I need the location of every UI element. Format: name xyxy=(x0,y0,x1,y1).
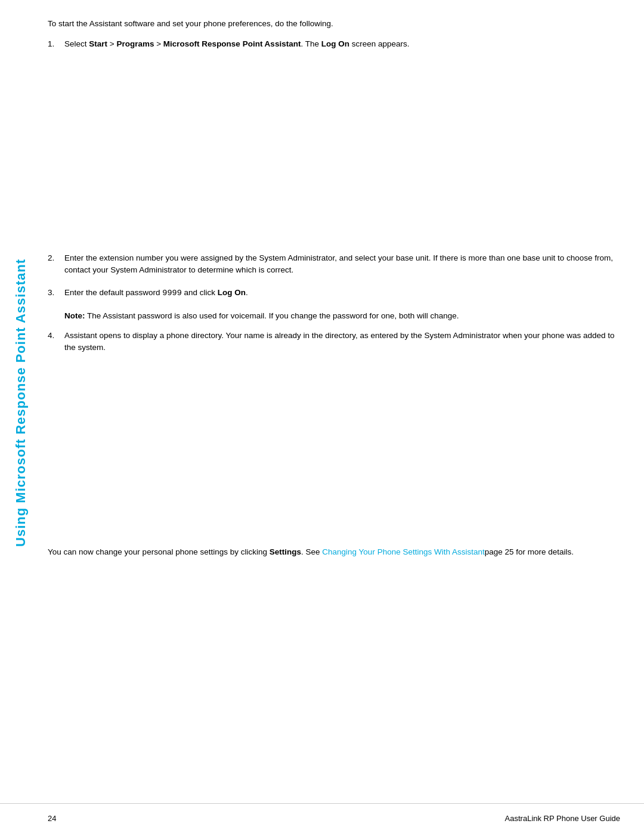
sidebar: Using Microsoft Response Point Assistant xyxy=(0,0,42,805)
footer-text-after: . See xyxy=(301,547,322,556)
step-4-content: Assistant opens to display a phone direc… xyxy=(64,330,620,354)
step-1-number: 1. xyxy=(48,38,64,50)
step-1: 1. Select Start > Programs > Microsoft R… xyxy=(48,38,620,50)
step-3-bold-logon: Log On xyxy=(218,288,246,297)
step-1-bold-assistant: Microsoft Response Point Assistant xyxy=(163,39,301,48)
step-3-password: 9999 xyxy=(162,289,181,298)
intro-paragraph: To start the Assistant software and set … xyxy=(48,18,620,30)
main-content: To start the Assistant software and set … xyxy=(48,18,620,797)
footer-page-ref: page 25 for more details. xyxy=(485,547,574,556)
step-1-bold-start: Start xyxy=(89,39,107,48)
step-1-bold-logon: Log On xyxy=(321,39,349,48)
page-footer: 24 AastraLink RP Phone User Guide xyxy=(0,803,644,833)
note-box: Note: The Assistant password is also use… xyxy=(64,310,620,323)
step-3-content: Enter the default password 9999 and clic… xyxy=(64,287,620,299)
steps-list: 1. Select Start > Programs > Microsoft R… xyxy=(48,38,620,354)
footer-text-before: You can now change your personal phone s… xyxy=(48,547,270,556)
page-container: Using Microsoft Response Point Assistant… xyxy=(0,0,644,833)
step-1-bold-programs: Programs xyxy=(116,39,154,48)
note-label: Note: The Assistant password is also use… xyxy=(64,311,459,320)
step-2-content: Enter the extension number you were assi… xyxy=(64,252,620,277)
footer-guide-title: AastraLink RP Phone User Guide xyxy=(505,814,620,823)
step-4: 4. Assistant opens to display a phone di… xyxy=(48,330,620,354)
footer-page-number: 24 xyxy=(48,814,56,823)
footer-link: Changing Your Phone Settings With Assist… xyxy=(322,547,484,556)
footer-bold-settings: Settings xyxy=(270,547,301,556)
step-4-number: 4. xyxy=(48,330,64,342)
step-1-content: Select Start > Programs > Microsoft Resp… xyxy=(64,38,620,50)
step-2: 2. Enter the extension number you were a… xyxy=(48,252,620,277)
screenshot-image-area-1 xyxy=(48,61,620,252)
footer-paragraph: You can now change your personal phone s… xyxy=(48,546,620,559)
step-3: 3. Enter the default password 9999 and c… xyxy=(48,287,620,299)
screenshot-image-area-2 xyxy=(48,365,620,532)
step-2-number: 2. xyxy=(48,252,64,264)
sidebar-label: Using Microsoft Response Point Assistant xyxy=(13,259,29,547)
step-3-number: 3. xyxy=(48,287,64,299)
